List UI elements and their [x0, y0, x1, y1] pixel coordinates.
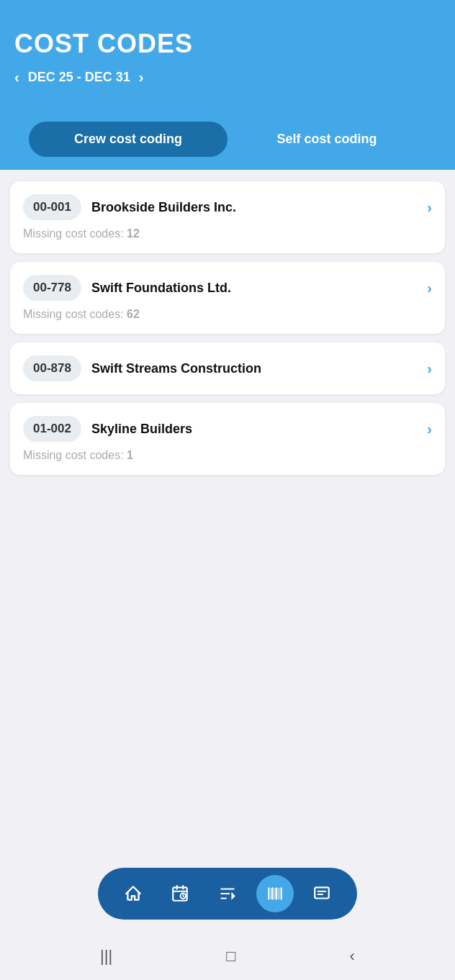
company-name-3: Skyline Builders [91, 422, 417, 437]
company-name-0: Brookside Builders Inc. [91, 200, 417, 215]
missing-label-3: Missing cost codes: 1 [23, 449, 432, 462]
company-card-3[interactable]: 01-002 Skyline Builders › Missing cost c… [10, 403, 445, 475]
date-range-label: DEC 25 - DEC 31 [28, 70, 130, 85]
home-icon [124, 884, 143, 903]
date-navigation: ‹ DEC 25 - DEC 31 › [14, 69, 441, 86]
back-button[interactable]: ‹ [350, 947, 355, 966]
nav-pill [98, 868, 357, 920]
nav-costcodes-button[interactable] [256, 875, 294, 912]
company-name-2: Swift Streams Construction [91, 361, 417, 376]
barcode-icon [266, 884, 284, 903]
tab-self-cost-coding[interactable]: Self cost coding [227, 122, 426, 157]
tab-crew-cost-coding[interactable]: Crew cost coding [29, 122, 227, 157]
recents-button[interactable]: ||| [100, 947, 112, 966]
nav-messages-button[interactable] [303, 875, 341, 912]
content-area: 00-001 Brookside Builders Inc. › Missing… [0, 170, 455, 666]
card-row-2: 00-878 Swift Streams Construction › [23, 355, 432, 381]
missing-label-1: Missing cost codes: 62 [23, 308, 432, 321]
card-row-0: 00-001 Brookside Builders Inc. › [23, 194, 432, 220]
home-button[interactable]: □ [226, 947, 235, 966]
svg-rect-16 [315, 887, 329, 898]
missing-count-1: 62 [127, 308, 140, 320]
company-code-3: 01-002 [23, 416, 81, 442]
prev-date-button[interactable]: ‹ [14, 69, 19, 86]
next-date-button[interactable]: › [139, 69, 144, 86]
card-row-3: 01-002 Skyline Builders › [23, 416, 432, 442]
page-title: COST CODES [14, 29, 441, 59]
nav-reports-button[interactable] [209, 875, 246, 912]
tab-bar: Crew cost coding Self cost coding [14, 122, 441, 170]
message-icon [312, 884, 331, 903]
nav-home-button[interactable] [114, 875, 152, 912]
chevron-icon-3: › [427, 421, 432, 437]
chevron-icon-0: › [427, 199, 432, 216]
company-name-1: Swift Foundations Ltd. [91, 281, 417, 296]
svg-marker-8 [231, 892, 235, 900]
company-code-1: 00-778 [23, 275, 81, 301]
schedule-icon [171, 884, 189, 903]
card-row-1: 00-778 Swift Foundations Ltd. › [23, 275, 432, 301]
missing-count-0: 12 [127, 227, 140, 240]
company-card-2[interactable]: 00-878 Swift Streams Construction › [10, 342, 445, 394]
nav-schedule-button[interactable] [161, 875, 199, 912]
chevron-icon-1: › [427, 280, 432, 296]
company-code-2: 00-878 [23, 355, 81, 381]
company-card-1[interactable]: 00-778 Swift Foundations Ltd. › Missing … [10, 262, 445, 334]
chevron-icon-2: › [427, 360, 432, 377]
system-nav-bar: ||| □ ‹ [0, 937, 455, 980]
company-card-0[interactable]: 00-001 Brookside Builders Inc. › Missing… [10, 181, 445, 253]
missing-label-0: Missing cost codes: 12 [23, 227, 432, 240]
bottom-navigation [0, 856, 455, 937]
company-code-0: 00-001 [23, 194, 81, 220]
reports-icon [218, 884, 237, 903]
missing-count-3: 1 [127, 449, 133, 461]
header: COST CODES ‹ DEC 25 - DEC 31 › Crew cost… [0, 0, 455, 170]
